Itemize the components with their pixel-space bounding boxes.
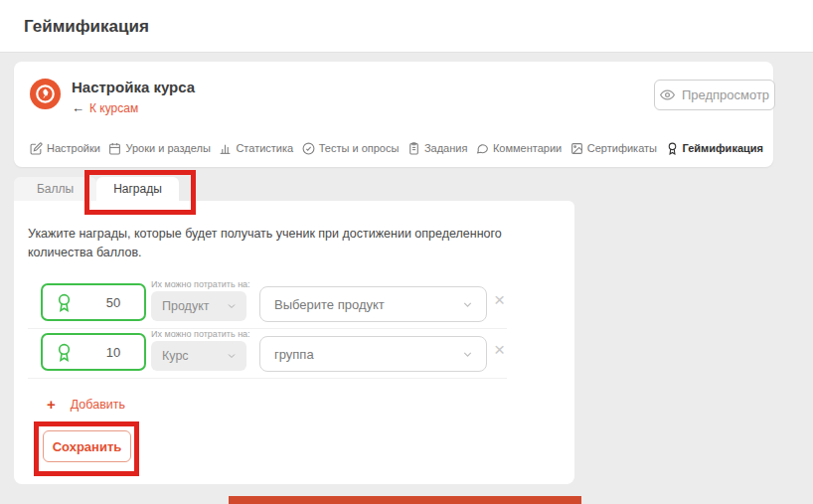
points-value: 10 — [82, 345, 144, 360]
nav-tab-label: Геймификация — [683, 142, 763, 154]
chevron-down-icon — [226, 300, 238, 312]
preview-button[interactable]: Предпросмотр — [654, 80, 775, 110]
nav-tab-assignments[interactable]: Задания — [407, 142, 467, 155]
points-box[interactable]: 50 — [41, 283, 146, 321]
spend-type-select[interactable]: Продукт — [151, 291, 246, 321]
course-nav: Настройки Уроки и разделы Статистика Тес… — [30, 131, 763, 165]
row-divider — [28, 378, 507, 379]
add-reward-button[interactable]: + Добавить — [47, 396, 125, 413]
target-select[interactable]: Выберите продукт — [259, 286, 487, 322]
award-icon — [666, 142, 679, 155]
back-to-courses-link[interactable]: ←К курсам — [72, 100, 138, 115]
medal-icon — [54, 292, 75, 313]
nav-tab-label: Комментарии — [493, 142, 562, 154]
nav-tab-gamification[interactable]: Геймификация — [666, 142, 763, 155]
spend-type-select[interactable]: Курс — [151, 341, 246, 371]
plus-icon: + — [47, 396, 56, 413]
course-title: Настройка курса — [72, 79, 195, 95]
add-reward-label: Добавить — [71, 398, 125, 412]
instruction-text: Укажите награды, которые будет получать … — [28, 225, 569, 263]
spend-label: Их можно потратить на: — [151, 329, 250, 339]
target-select[interactable]: группа — [259, 336, 487, 372]
course-avatar — [30, 79, 61, 109]
points-value: 50 — [82, 295, 144, 310]
nav-tab-comments[interactable]: Комментарии — [476, 142, 562, 155]
check-circle-icon — [302, 142, 315, 155]
chevron-down-icon — [226, 350, 238, 362]
bottom-red-bar — [229, 496, 581, 504]
nav-tab-label: Тесты и опросы — [319, 142, 400, 154]
nav-tab-settings[interactable]: Настройки — [30, 142, 100, 155]
logo-icon — [30, 79, 61, 109]
spend-label: Их можно потратить на: — [151, 279, 250, 289]
comments-icon — [476, 142, 489, 155]
nav-tab-certificates[interactable]: Сертификаты — [570, 142, 657, 155]
back-link-label: К курсам — [89, 101, 138, 115]
chevron-down-icon — [461, 298, 474, 311]
spend-type-value: Продукт — [162, 299, 226, 313]
remove-row-button[interactable]: × — [494, 290, 505, 309]
nav-tab-label: Статистика — [236, 142, 293, 154]
nav-tab-label: Задания — [424, 142, 467, 154]
calendar-icon — [108, 142, 121, 155]
nav-tab-label: Сертификаты — [587, 142, 657, 154]
clipboard-icon — [407, 142, 420, 155]
medal-icon — [54, 342, 75, 363]
chevron-down-icon — [461, 348, 474, 361]
annotation-box-save-button — [34, 421, 139, 476]
edit-icon — [30, 142, 43, 155]
eye-icon — [660, 87, 675, 102]
page-title: Геймификация — [24, 0, 149, 53]
back-arrow-icon: ← — [72, 100, 84, 115]
nav-tab-label: Настройки — [47, 142, 100, 154]
nav-tab-tests[interactable]: Тесты и опросы — [302, 142, 400, 155]
certificate-icon — [570, 142, 583, 155]
annotation-box-rewards-tab — [84, 170, 196, 215]
reward-row: 50 Их можно потратить на: Продукт Выбери… — [0, 278, 574, 328]
nav-tab-label: Уроки и разделы — [125, 142, 210, 154]
reward-row: 10 Их можно потратить на: Курс группа × — [0, 328, 574, 378]
bar-chart-icon — [219, 142, 232, 155]
target-value: Выберите продукт — [274, 297, 461, 312]
topbar: Геймификация — [0, 0, 813, 53]
nav-tab-lessons[interactable]: Уроки и разделы — [108, 142, 210, 155]
points-box[interactable]: 10 — [41, 333, 146, 371]
course-card: Настройка курса ←К курсам Предпросмотр Н… — [14, 62, 773, 167]
screen: Геймификация Настройка курса ←К курсам П… — [0, 0, 813, 504]
nav-tab-statistics[interactable]: Статистика — [219, 142, 293, 155]
remove-row-button[interactable]: × — [494, 340, 505, 359]
target-value: группа — [274, 347, 461, 362]
preview-button-label: Предпросмотр — [682, 87, 769, 102]
spend-type-value: Курс — [162, 349, 226, 363]
